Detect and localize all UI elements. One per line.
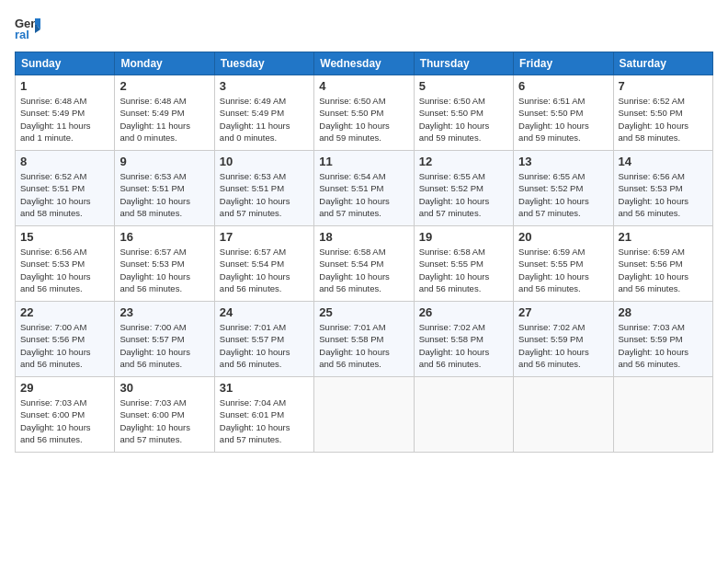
calendar-cell: 19Sunrise: 6:58 AM Sunset: 5:55 PM Dayli… xyxy=(414,226,513,302)
day-number: 10 xyxy=(220,155,309,168)
day-number: 5 xyxy=(419,79,508,93)
day-info: Sunrise: 6:55 AM Sunset: 5:52 PM Dayligh… xyxy=(518,170,608,219)
calendar-header: SundayMondayTuesdayWednesdayThursdayFrid… xyxy=(16,52,713,75)
header-cell-saturday: Saturday xyxy=(613,52,712,75)
day-info: Sunrise: 6:59 AM Sunset: 5:55 PM Dayligh… xyxy=(518,246,608,294)
calendar-cell: 17Sunrise: 6:57 AM Sunset: 5:54 PM Dayli… xyxy=(214,226,313,302)
day-number: 30 xyxy=(119,381,209,395)
day-info: Sunrise: 6:57 AM Sunset: 5:54 PM Dayligh… xyxy=(220,246,309,294)
calendar-cell: 29Sunrise: 7:03 AM Sunset: 6:00 PM Dayli… xyxy=(16,377,115,453)
day-number: 20 xyxy=(518,230,608,244)
day-info: Sunrise: 6:52 AM Sunset: 5:51 PM Dayligh… xyxy=(20,170,109,219)
calendar-cell: 27Sunrise: 7:02 AM Sunset: 5:59 PM Dayli… xyxy=(514,302,613,377)
day-number: 2 xyxy=(119,79,209,93)
day-info: Sunrise: 7:03 AM Sunset: 5:59 PM Dayligh… xyxy=(619,321,708,370)
day-number: 16 xyxy=(119,230,209,244)
day-number: 14 xyxy=(619,155,708,168)
calendar-cell: 24Sunrise: 7:01 AM Sunset: 5:57 PM Dayli… xyxy=(214,302,313,377)
day-number: 1 xyxy=(20,79,109,93)
calendar-cell: 9Sunrise: 6:53 AM Sunset: 5:51 PM Daylig… xyxy=(115,151,214,226)
day-info: Sunrise: 6:55 AM Sunset: 5:52 PM Dayligh… xyxy=(419,170,508,219)
calendar-row-4: 22Sunrise: 7:00 AM Sunset: 5:56 PM Dayli… xyxy=(16,302,713,377)
day-number: 6 xyxy=(518,79,608,93)
calendar-cell: 13Sunrise: 6:55 AM Sunset: 5:52 PM Dayli… xyxy=(514,151,613,226)
day-number: 29 xyxy=(20,381,109,395)
calendar-cell: 2Sunrise: 6:48 AM Sunset: 5:49 PM Daylig… xyxy=(115,75,214,151)
header-cell-friday: Friday xyxy=(514,52,613,75)
day-info: Sunrise: 6:50 AM Sunset: 5:50 PM Dayligh… xyxy=(419,95,508,144)
day-number: 25 xyxy=(319,305,408,319)
day-number: 4 xyxy=(319,79,408,93)
day-number: 7 xyxy=(619,79,708,93)
day-number: 3 xyxy=(220,79,309,93)
day-number: 22 xyxy=(20,305,109,319)
day-number: 21 xyxy=(619,230,708,244)
day-info: Sunrise: 6:51 AM Sunset: 5:50 PM Dayligh… xyxy=(518,95,608,144)
day-info: Sunrise: 6:56 AM Sunset: 5:53 PM Dayligh… xyxy=(619,170,708,219)
day-info: Sunrise: 6:50 AM Sunset: 5:50 PM Dayligh… xyxy=(319,95,408,144)
calendar-row-1: 1Sunrise: 6:48 AM Sunset: 5:49 PM Daylig… xyxy=(16,75,713,151)
day-info: Sunrise: 7:04 AM Sunset: 6:01 PM Dayligh… xyxy=(220,396,309,445)
calendar-cell: 14Sunrise: 6:56 AM Sunset: 5:53 PM Dayli… xyxy=(613,151,712,226)
calendar-cell: 12Sunrise: 6:55 AM Sunset: 5:52 PM Dayli… xyxy=(414,151,513,226)
day-info: Sunrise: 6:48 AM Sunset: 5:49 PM Dayligh… xyxy=(20,95,109,144)
day-info: Sunrise: 7:03 AM Sunset: 6:00 PM Dayligh… xyxy=(20,396,109,445)
day-number: 17 xyxy=(220,230,309,244)
calendar-cell: 8Sunrise: 6:52 AM Sunset: 5:51 PM Daylig… xyxy=(16,151,115,226)
day-info: Sunrise: 6:53 AM Sunset: 5:51 PM Dayligh… xyxy=(119,170,209,219)
calendar-cell: 11Sunrise: 6:54 AM Sunset: 5:51 PM Dayli… xyxy=(314,151,414,226)
header-cell-monday: Monday xyxy=(115,52,214,75)
calendar-cell: 16Sunrise: 6:57 AM Sunset: 5:53 PM Dayli… xyxy=(115,226,214,302)
day-info: Sunrise: 6:54 AM Sunset: 5:51 PM Dayligh… xyxy=(319,170,408,219)
day-number: 15 xyxy=(20,230,109,244)
day-number: 31 xyxy=(220,381,309,395)
calendar-cell: 10Sunrise: 6:53 AM Sunset: 5:51 PM Dayli… xyxy=(214,151,313,226)
day-number: 13 xyxy=(518,155,608,168)
header-cell-tuesday: Tuesday xyxy=(214,52,313,75)
svg-text:ral: ral xyxy=(15,28,29,40)
calendar-cell: 26Sunrise: 7:02 AM Sunset: 5:58 PM Dayli… xyxy=(414,302,513,377)
calendar-cell xyxy=(414,377,513,453)
calendar-row-3: 15Sunrise: 6:56 AM Sunset: 5:53 PM Dayli… xyxy=(16,226,713,302)
calendar-cell: 30Sunrise: 7:03 AM Sunset: 6:00 PM Dayli… xyxy=(115,377,214,453)
day-info: Sunrise: 7:00 AM Sunset: 5:57 PM Dayligh… xyxy=(119,321,209,370)
logo-icon: Gene ral xyxy=(15,15,40,40)
header-cell-sunday: Sunday xyxy=(16,52,115,75)
day-info: Sunrise: 7:01 AM Sunset: 5:58 PM Dayligh… xyxy=(319,321,408,370)
calendar-table: SundayMondayTuesdayWednesdayThursdayFrid… xyxy=(15,52,713,453)
day-number: 28 xyxy=(619,305,708,319)
day-info: Sunrise: 6:53 AM Sunset: 5:51 PM Dayligh… xyxy=(220,170,309,219)
day-info: Sunrise: 7:01 AM Sunset: 5:57 PM Dayligh… xyxy=(220,321,309,370)
calendar-cell: 31Sunrise: 7:04 AM Sunset: 6:01 PM Dayli… xyxy=(214,377,313,453)
calendar-cell: 3Sunrise: 6:49 AM Sunset: 5:49 PM Daylig… xyxy=(214,75,313,151)
calendar-cell: 18Sunrise: 6:58 AM Sunset: 5:54 PM Dayli… xyxy=(314,226,414,302)
calendar-cell: 21Sunrise: 6:59 AM Sunset: 5:56 PM Dayli… xyxy=(613,226,712,302)
header-cell-wednesday: Wednesday xyxy=(314,52,414,75)
calendar-cell: 7Sunrise: 6:52 AM Sunset: 5:50 PM Daylig… xyxy=(613,75,712,151)
day-info: Sunrise: 6:48 AM Sunset: 5:49 PM Dayligh… xyxy=(119,95,209,144)
day-number: 24 xyxy=(220,305,309,319)
header-row: SundayMondayTuesdayWednesdayThursdayFrid… xyxy=(16,52,713,75)
day-info: Sunrise: 6:58 AM Sunset: 5:54 PM Dayligh… xyxy=(319,246,408,294)
calendar-cell: 15Sunrise: 6:56 AM Sunset: 5:53 PM Dayli… xyxy=(16,226,115,302)
day-number: 9 xyxy=(119,155,209,168)
day-number: 26 xyxy=(419,305,508,319)
day-info: Sunrise: 6:57 AM Sunset: 5:53 PM Dayligh… xyxy=(119,246,209,294)
day-number: 12 xyxy=(419,155,508,168)
day-number: 19 xyxy=(419,230,508,244)
day-number: 18 xyxy=(319,230,408,244)
calendar-cell: 23Sunrise: 7:00 AM Sunset: 5:57 PM Dayli… xyxy=(115,302,214,377)
day-number: 23 xyxy=(119,305,209,319)
day-info: Sunrise: 7:00 AM Sunset: 5:56 PM Dayligh… xyxy=(20,321,109,370)
calendar-cell: 5Sunrise: 6:50 AM Sunset: 5:50 PM Daylig… xyxy=(414,75,513,151)
calendar-cell: 4Sunrise: 6:50 AM Sunset: 5:50 PM Daylig… xyxy=(314,75,414,151)
page-header: Gene ral xyxy=(15,15,713,40)
calendar-cell xyxy=(514,377,613,453)
day-info: Sunrise: 6:56 AM Sunset: 5:53 PM Dayligh… xyxy=(20,246,109,294)
logo: Gene ral xyxy=(15,15,44,40)
day-info: Sunrise: 7:02 AM Sunset: 5:59 PM Dayligh… xyxy=(518,321,608,370)
day-info: Sunrise: 6:49 AM Sunset: 5:49 PM Dayligh… xyxy=(220,95,309,144)
day-number: 8 xyxy=(20,155,109,168)
calendar-cell: 28Sunrise: 7:03 AM Sunset: 5:59 PM Dayli… xyxy=(613,302,712,377)
day-number: 27 xyxy=(518,305,608,319)
